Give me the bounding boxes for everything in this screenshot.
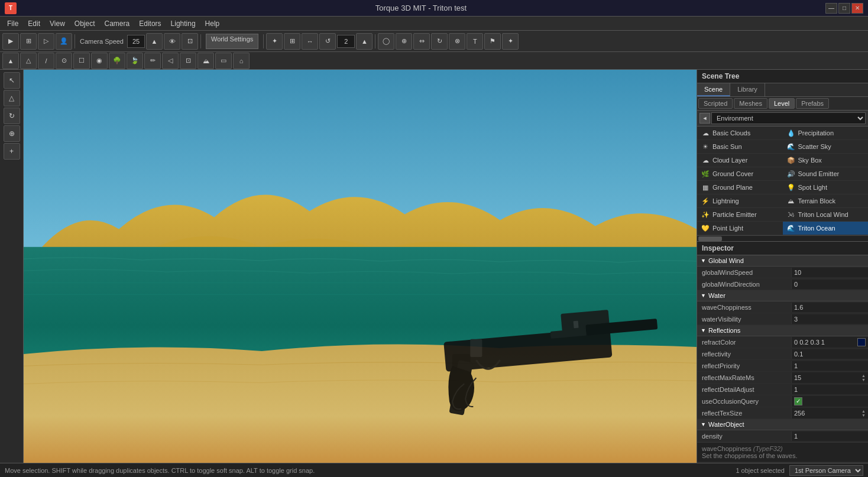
tb2-brush-btn[interactable]: ✏ [144, 53, 161, 69]
left-select-btn[interactable]: ↖ [4, 72, 20, 89]
tb2-move-btn[interactable]: △ [20, 53, 37, 69]
scene-item-scatter-sky[interactable]: 🌊Scatter Sky [783, 140, 869, 154]
toolbar-target-btn[interactable]: ⊗ [449, 33, 465, 50]
tb2-terrain-btn[interactable]: ⛰ [197, 53, 214, 69]
prop-input-reflectPriority[interactable] [794, 362, 866, 369]
snap-up[interactable]: ▲ [356, 33, 373, 50]
camera-speed-input[interactable] [127, 35, 145, 48]
scene-item-cloud-layer[interactable]: ☁Cloud Layer [697, 154, 783, 167]
subtab-level[interactable]: Level [769, 98, 795, 109]
prop-input-refractColor[interactable] [794, 339, 857, 346]
scene-item-basic-clouds[interactable]: ☁Basic Clouds [697, 126, 783, 140]
toolbar-shape-btn[interactable]: ✦ [502, 33, 519, 50]
left-move-btn[interactable]: △ [4, 90, 20, 106]
tb2-box-btn[interactable]: ☐ [73, 53, 90, 69]
menu-edit[interactable]: Edit [23, 18, 45, 29]
camera-speed-up[interactable]: ▲ [146, 33, 163, 50]
subtab-scripted[interactable]: Scripted [698, 98, 733, 109]
subtab-prefabs[interactable]: Prefabs [796, 98, 829, 109]
prop-input-density[interactable] [794, 433, 866, 440]
menu-editors[interactable]: Editors [134, 18, 166, 29]
prop-group-global-wind[interactable]: ▼Global Wind [697, 255, 868, 267]
scene-item-particle-emitter[interactable]: ✨Particle Emitter [697, 208, 783, 222]
prop-group-reflections[interactable]: ▼Reflections [697, 325, 868, 336]
prop-input-reflectivity[interactable] [794, 351, 866, 358]
tb2-globe-btn[interactable]: ⊙ [56, 53, 72, 69]
color-swatch-refractColor[interactable] [857, 338, 866, 346]
toolbar-play-btn[interactable]: ▶ [2, 33, 19, 50]
tb2-eraser-btn[interactable]: ◁ [162, 53, 179, 69]
scene-item-terrain-block[interactable]: ⛰Terrain Block [783, 194, 869, 208]
spin-reflectMaxRateMs[interactable]: ▲▼ [861, 374, 866, 382]
env-dropdown[interactable]: Environment [711, 112, 866, 124]
close-button[interactable]: ✕ [851, 3, 863, 14]
menu-camera[interactable]: Camera [100, 18, 135, 29]
scene-item-sky-box[interactable]: 📦Sky Box [783, 154, 869, 167]
env-back-arrow[interactable]: ◄ [699, 113, 710, 124]
scene-item-spot-light[interactable]: 💡Spot Light [783, 181, 869, 194]
toolbar-move-btn[interactable]: ↔ [302, 33, 318, 50]
toolbar-grid-btn[interactable]: ⊞ [20, 33, 37, 50]
camera-select[interactable]: 1st Person Camera [789, 465, 863, 476]
prop-input-globalWindDirection[interactable] [794, 281, 866, 288]
scrollbar-thumb[interactable] [698, 236, 722, 241]
scene-item-point-light[interactable]: 💛Point Light [697, 222, 783, 235]
toolbar-flag-btn[interactable]: ⚑ [484, 33, 501, 50]
scene-item-ground-cover[interactable]: 🌿Ground Cover [697, 167, 783, 181]
spin-reflectTexSize[interactable]: ▲▼ [861, 409, 866, 417]
scene-item-triton-ocean[interactable]: 🌊Triton Ocean [783, 222, 869, 235]
minimize-button[interactable]: — [825, 3, 837, 14]
scene-item-sound-emitter[interactable]: 🔊Sound Emitter [783, 167, 869, 181]
scene-tree-scrollbar[interactable] [697, 235, 868, 241]
camera-eye-btn[interactable]: 👁 [164, 33, 180, 50]
prop-input-reflectMaxRateMs[interactable] [794, 374, 861, 381]
left-scale-btn[interactable]: ⊕ [4, 125, 20, 142]
tab-scene[interactable]: Scene [697, 83, 730, 96]
prop-input-reflectTexSize[interactable] [794, 410, 861, 417]
scene-item-lightning[interactable]: ⚡Lightning [697, 194, 783, 208]
tb2-flatten-btn[interactable]: ▭ [215, 53, 232, 69]
scene-item-basic-sun[interactable]: ☀Basic Sun [697, 140, 783, 154]
subtab-meshes[interactable]: Meshes [734, 98, 767, 109]
menu-view[interactable]: View [45, 18, 70, 29]
left-rotate-btn[interactable]: ↻ [4, 108, 20, 124]
tb2-sphere-btn[interactable]: ◉ [91, 53, 108, 69]
maximize-button[interactable]: □ [838, 3, 850, 14]
tb2-smooth-btn[interactable]: ⌂ [233, 53, 250, 69]
scene-item-precipitation[interactable]: 💧Precipitation [783, 126, 869, 140]
checkbox-useOcclusionQuery[interactable]: ✓ [794, 397, 802, 405]
toolbar-person-btn[interactable]: 👤 [56, 33, 72, 50]
tb2-select2-btn[interactable]: ⊡ [180, 53, 196, 69]
toolbar-run-btn[interactable]: ▷ [38, 33, 54, 50]
toolbar-move2-btn[interactable]: ⊕ [396, 33, 412, 50]
toolbar-rotate2-btn[interactable]: ↻ [431, 33, 448, 50]
menu-object[interactable]: Object [70, 18, 100, 29]
tb2-leaf-btn[interactable]: 🍃 [127, 53, 143, 69]
viewport[interactable] [24, 70, 697, 463]
toolbar-magnet-btn[interactable]: ✦ [266, 33, 283, 50]
menu-help[interactable]: Help [200, 18, 225, 29]
prop-group-water[interactable]: ▼Water [697, 290, 868, 301]
prop-input-globalWindSpeed[interactable] [794, 269, 866, 276]
left-extra-btn[interactable]: + [4, 143, 20, 160]
tb2-tree-btn[interactable]: 🌳 [109, 53, 125, 69]
toolbar-snap-btn[interactable]: ⊡ [182, 33, 198, 50]
snap-input[interactable] [337, 35, 355, 48]
tab-library[interactable]: Library [730, 83, 765, 96]
toolbar-scale-btn[interactable]: ⇔ [413, 33, 430, 50]
toolbar-circle-btn[interactable]: ◯ [378, 33, 394, 50]
prop-input-waterVisibility[interactable] [794, 316, 866, 323]
menu-lighting[interactable]: Lighting [166, 18, 200, 29]
menu-file[interactable]: File [2, 18, 23, 29]
scene-item-triton-local-wind[interactable]: 🌬Triton Local Wind [783, 208, 869, 222]
prop-group-waterobject[interactable]: ▼WaterObject [697, 419, 868, 430]
window-controls[interactable]: — □ ✕ [825, 3, 863, 14]
tb2-select-btn[interactable]: ▲ [2, 53, 19, 69]
toolbar-rotate-btn[interactable]: ↺ [319, 33, 336, 50]
toolbar-grid2-btn[interactable]: ⊞ [284, 33, 300, 50]
prop-input-reflectDetailAdjust[interactable] [794, 386, 866, 393]
scene-item-ground-plane[interactable]: ▦Ground Plane [697, 181, 783, 194]
prop-input-waveChoppiness[interactable] [794, 304, 866, 311]
tb2-rotate-btn[interactable]: / [38, 53, 54, 69]
world-settings-button[interactable]: World Settings [206, 34, 258, 49]
